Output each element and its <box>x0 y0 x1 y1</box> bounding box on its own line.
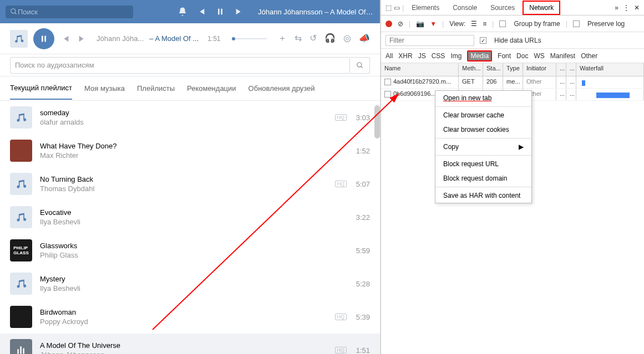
share-icon[interactable]: 📣 <box>359 33 370 44</box>
mini-cover <box>10 30 28 48</box>
track-row[interactable]: What Have They Done? Max Richter 1:52 <box>0 134 380 167</box>
hq-badge: HQ <box>335 314 347 320</box>
track-artist: Max Richter <box>40 151 342 160</box>
tab-current-playlist[interactable]: Текущий плейлист <box>10 84 72 100</box>
topbar-track-title[interactable]: Jóhann Jóhannsson – A Model Of T... <box>258 8 374 16</box>
pause-icon[interactable] <box>215 6 226 17</box>
preserve-checkbox[interactable] <box>573 20 580 27</box>
play-pause-button[interactable] <box>33 28 54 49</box>
col-status[interactable]: Sta... <box>483 63 503 76</box>
tab-elements[interactable]: Elements <box>406 2 445 14</box>
track-artist: Thomas Dybdahl <box>40 184 327 193</box>
group-checkbox[interactable] <box>499 20 506 27</box>
track-row[interactable]: No Turning Back Thomas Dybdahl HQ 5:07 <box>0 167 380 201</box>
filter-row: Hide data URLs <box>381 32 644 49</box>
menu-icon[interactable]: ⋮ <box>623 4 630 12</box>
next-track-icon[interactable] <box>234 6 245 17</box>
type-other[interactable]: Other <box>581 52 597 60</box>
track-artist: ólafur arnalds <box>40 118 327 126</box>
scrollbar[interactable] <box>374 105 380 138</box>
track-row[interactable]: Evocative Ilya Beshevli 3:22 <box>0 201 380 234</box>
type-xhr[interactable]: XHR <box>398 52 412 60</box>
col-type[interactable]: Type <box>503 63 523 76</box>
request-row[interactable]: 4ad40f16b27920.m... GET 206 me... Other … <box>381 76 644 89</box>
tab-network[interactable]: Network <box>523 1 560 15</box>
tab-recommendations[interactable]: Рекомендации <box>187 84 236 99</box>
svg-rect-5 <box>44 35 46 42</box>
ctx-open-new-tab[interactable]: Open in new tab <box>435 91 531 105</box>
ctx-block-url[interactable]: Block request URL <box>435 157 531 171</box>
hq-badge: HQ <box>335 347 347 353</box>
audio-search-button[interactable] <box>350 57 370 74</box>
req-method: GET <box>459 76 483 88</box>
player-next-icon[interactable] <box>77 33 88 44</box>
hide-urls-checkbox[interactable] <box>480 37 486 44</box>
col-more2[interactable]: ... <box>566 63 576 76</box>
ctx-block-domain[interactable]: Block request domain <box>435 171 531 186</box>
track-artist: Poppy Ackroyd <box>40 317 327 326</box>
prev-track-icon[interactable] <box>196 6 207 17</box>
ctx-clear-cache[interactable]: Clear browser cache <box>435 108 531 122</box>
track-row[interactable]: someday ólafur arnalds HQ 3:03 <box>0 101 380 134</box>
view-small-icon[interactable]: ≡ <box>483 20 486 28</box>
global-search[interactable] <box>6 6 133 18</box>
inspect-icon[interactable]: ⬚ <box>386 4 392 12</box>
headphones-icon[interactable]: 🎧 <box>324 33 336 44</box>
col-name[interactable]: Name <box>381 63 459 76</box>
type-css[interactable]: CSS <box>432 52 445 60</box>
type-js[interactable]: JS <box>418 52 426 60</box>
tab-friends-updates[interactable]: Обновления друзей <box>249 84 315 99</box>
tab-playlists[interactable]: Плейлисты <box>137 84 175 99</box>
req-name: 4ad40f16b27920.m... <box>381 76 459 88</box>
tab-my-music[interactable]: Моя музыка <box>84 84 125 99</box>
tab-sources[interactable]: Sources <box>485 2 520 14</box>
filter-icon[interactable]: ▼ <box>430 20 437 28</box>
col-initiator[interactable]: Initiator <box>523 63 556 76</box>
progress-bar[interactable] <box>232 38 267 39</box>
ctx-copy[interactable]: Copy▶ <box>435 140 531 154</box>
record-icon[interactable] <box>386 20 392 27</box>
audio-search-row <box>0 54 380 76</box>
audio-search-input[interactable] <box>15 61 345 69</box>
repeat-icon[interactable]: ↺ <box>310 33 317 44</box>
col-method[interactable]: Meth... <box>459 63 483 76</box>
view-large-icon[interactable]: ☰ <box>471 20 477 28</box>
track-title: A Model Of The Universe <box>40 341 327 350</box>
broadcast-icon[interactable]: ◎ <box>343 33 351 44</box>
player-title[interactable]: – A Model Of ... <box>149 34 199 43</box>
track-title: Evocative <box>40 208 342 217</box>
req-waterfall <box>576 76 644 88</box>
req-dots: ... <box>566 76 576 88</box>
track-row[interactable]: PHILIPGLASS Glassworks Philip Glass 5:59 <box>0 234 380 267</box>
player-prev-icon[interactable] <box>60 33 71 44</box>
close-icon[interactable]: ✕ <box>634 4 640 12</box>
clear-icon[interactable]: ⊘ <box>398 20 403 28</box>
filter-input[interactable] <box>386 35 474 46</box>
track-cover <box>10 339 32 354</box>
type-all[interactable]: All <box>386 52 393 60</box>
vk-topbar: Jóhann Jóhannsson – A Model Of T... <box>0 0 380 23</box>
col-more1[interactable]: ... <box>556 63 566 76</box>
req-dots: ... <box>556 76 566 88</box>
tab-console[interactable]: Console <box>447 2 483 14</box>
more-icon[interactable]: » <box>615 4 618 12</box>
type-font[interactable]: Font <box>498 52 511 60</box>
type-manifest[interactable]: Manifest <box>550 52 575 60</box>
player-artist[interactable]: Jóhann Jóha... <box>97 34 144 43</box>
type-media[interactable]: Media <box>467 50 492 61</box>
device-icon[interactable]: ▭ <box>394 4 400 12</box>
global-search-input[interactable] <box>18 8 129 16</box>
type-img[interactable]: Img <box>450 52 462 60</box>
ctx-save-har[interactable]: Save as HAR with content <box>435 188 531 203</box>
ctx-clear-cookies[interactable]: Clear browser cookies <box>435 122 531 137</box>
type-ws[interactable]: WS <box>534 52 544 60</box>
track-row[interactable]: A Model Of The Universe Jóhann Jóhannsso… <box>0 334 380 354</box>
notifications-icon[interactable] <box>177 6 188 17</box>
col-waterfall[interactable]: Waterfall <box>576 63 644 76</box>
track-row[interactable]: Mystery Ilya Beshevli 5:28 <box>0 267 380 300</box>
track-row[interactable]: Birdwoman Poppy Ackroyd HQ 5:39 <box>0 300 380 334</box>
add-icon[interactable]: ＋ <box>278 33 287 44</box>
shuffle-icon[interactable]: ⇆ <box>295 33 302 44</box>
camera-icon[interactable]: 📷 <box>416 20 424 28</box>
type-doc[interactable]: Doc <box>516 52 528 60</box>
